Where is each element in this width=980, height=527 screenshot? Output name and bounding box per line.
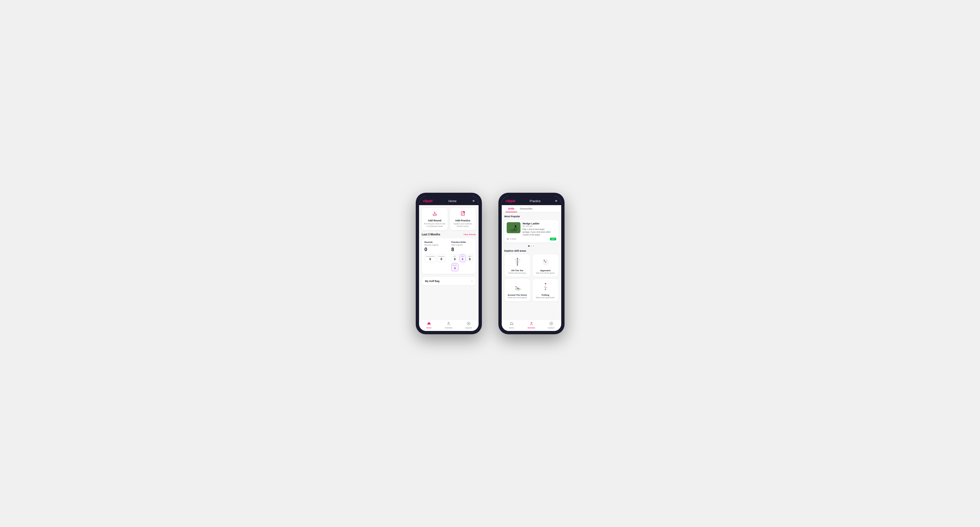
nav-activities-label-2: Activities: [528, 327, 535, 329]
tournament-label: Tournament: [426, 256, 435, 257]
activities-icon: [447, 322, 451, 326]
drills-grid: OTT 0 APP 4 ARG 0: [451, 254, 473, 271]
rounds-capture-label: Rounds Capture: [425, 244, 446, 246]
svg-point-53: [545, 283, 546, 284]
add-round-icon: [424, 211, 445, 218]
skill-around-the-green[interactable]: Around The Green Hone your short game: [504, 279, 530, 301]
activity-title: Last 3 Months: [422, 233, 440, 236]
golf-bag-title: My Golf Bag: [425, 280, 440, 283]
svg-point-30: [514, 259, 515, 260]
svg-line-23: [508, 239, 508, 240]
rounds-title: Rounds: [425, 241, 446, 243]
drill-yardage: 50–100 yds: [523, 225, 552, 227]
svg-point-29: [517, 258, 518, 259]
drill-name: Wedge Ladder: [523, 222, 552, 225]
around-the-green-name: Around The Green: [507, 294, 528, 296]
dot-1[interactable]: [528, 245, 530, 247]
skill-off-the-tee[interactable]: Off The Tee Power and accuracy: [504, 254, 530, 277]
nav-activities[interactable]: Activities: [439, 322, 459, 329]
practice-value: 0: [438, 257, 444, 261]
practice-label: Practice: [438, 256, 444, 257]
tournament-box: Tournament 0: [425, 254, 436, 262]
add-round-card[interactable]: Add Round Record your shots in fast or e…: [422, 208, 448, 230]
bottom-nav-practice: Home Activities: [502, 320, 561, 331]
menu-icon-2[interactable]: ≡: [555, 199, 557, 203]
putt-value: 4: [453, 267, 457, 270]
golf-bag-row[interactable]: My Golf Bag ›: [422, 277, 476, 285]
off-the-tee-name: Off The Tee: [507, 269, 528, 272]
phone-practice: clippd Practice ≡ Drills Favourites Most…: [498, 193, 565, 334]
page-title-2: Practice: [530, 199, 541, 203]
approach-subtitle: Dial-in to hit the green: [535, 272, 556, 274]
tournament-value: 0: [426, 257, 435, 261]
add-practice-subtitle: Capture your practice off-the-course: [452, 222, 474, 227]
nav-home-label-2: Home: [509, 327, 514, 329]
practice-content: Most Popular: [502, 212, 561, 320]
nav-capture-label-2: Capture: [548, 327, 555, 329]
off-the-tee-subtitle: Power and accuracy: [507, 272, 528, 274]
add-practice-card[interactable]: + Add Practice Capture your practice off…: [450, 208, 476, 230]
app-box: APP 4: [460, 254, 466, 262]
activities-icon-2: [530, 322, 533, 326]
app-value: 4: [461, 257, 464, 261]
svg-line-24: [515, 259, 517, 265]
stats-container: Rounds Rounds Capture 0 Tournament 0 Pra…: [422, 238, 476, 274]
activity-header: Last 3 Months View Activity: [422, 233, 476, 236]
svg-point-8: [448, 322, 449, 323]
capture-icon: [467, 322, 471, 326]
shots-count: 9 shots: [510, 238, 516, 240]
dot-2[interactable]: [531, 245, 532, 247]
home-icon-2: [510, 322, 514, 326]
nav-capture-2[interactable]: Capture: [541, 322, 561, 329]
nav-activities-label: Activities: [445, 327, 453, 329]
nav-home-label: Home: [426, 327, 431, 329]
putt-label: PUTT: [453, 265, 457, 266]
arg-value: 0: [468, 257, 472, 261]
phone-home: clippd Home ≡ Add Round: [416, 193, 482, 334]
menu-icon[interactable]: ≡: [473, 199, 475, 203]
practice-box: Practice 0: [437, 254, 446, 262]
tabs-bar: Drills Favourites: [502, 205, 561, 212]
nav-capture[interactable]: Capture: [459, 322, 479, 329]
drill-card-header: Wedge Ladder 50–100 yds Play 1 shot at e…: [507, 222, 556, 236]
carousel-dots: [504, 245, 558, 247]
app-badge: APP: [550, 238, 556, 240]
home-icon: [427, 322, 431, 326]
around-the-green-subtitle: Hone your short game: [507, 297, 528, 298]
chevron-right-icon: ›: [471, 279, 472, 283]
nav-home[interactable]: Home: [419, 322, 439, 329]
stats-row: Rounds Rounds Capture 0 Tournament 0 Pra…: [425, 241, 473, 271]
nav-activities-2[interactable]: Activities: [522, 322, 541, 329]
tab-drills[interactable]: Drills: [506, 205, 517, 212]
tab-favourites[interactable]: Favourites: [517, 205, 535, 212]
logo: clippd: [423, 199, 433, 203]
drill-card[interactable]: Wedge Ladder 50–100 yds Play 1 shot at e…: [504, 220, 558, 243]
ott-label: OTT: [453, 256, 457, 257]
capture-icon-2: [549, 322, 553, 326]
svg-line-28: [517, 259, 520, 265]
nav-home-2[interactable]: Home: [502, 322, 522, 329]
approach-name: Approach: [535, 269, 556, 272]
skill-grid: Off The Tee Power and accuracy: [504, 254, 558, 301]
svg-line-27: [517, 259, 519, 265]
svg-point-55: [544, 287, 545, 287]
drills-title: Practice Drills: [451, 241, 473, 243]
svg-point-56: [546, 287, 547, 288]
ott-value: 0: [453, 257, 457, 261]
star-icon[interactable]: ☆: [554, 222, 556, 225]
add-practice-icon: +: [452, 211, 474, 218]
topbar-practice: clippd Practice ≡: [502, 196, 561, 205]
off-the-tee-icon: [512, 257, 522, 267]
view-activity-link[interactable]: View Activity: [463, 233, 476, 236]
putting-icon: [541, 282, 550, 292]
svg-line-25: [516, 259, 517, 265]
skill-putting[interactable]: Putting Make and lag practice: [533, 279, 558, 301]
rounds-col: Rounds Rounds Capture 0 Tournament 0 Pra…: [425, 241, 446, 271]
svg-point-15: [515, 225, 516, 227]
dot-3[interactable]: [533, 245, 535, 247]
add-round-subtitle: Record your shots in fast or enhanced mo…: [424, 222, 445, 227]
drills-total: 8: [451, 247, 473, 252]
home-content: Add Round Record your shots in fast or e…: [419, 205, 479, 320]
most-popular-label: Most Popular: [504, 215, 558, 218]
skill-approach[interactable]: Approach Dial-in to hit the green: [533, 254, 558, 277]
